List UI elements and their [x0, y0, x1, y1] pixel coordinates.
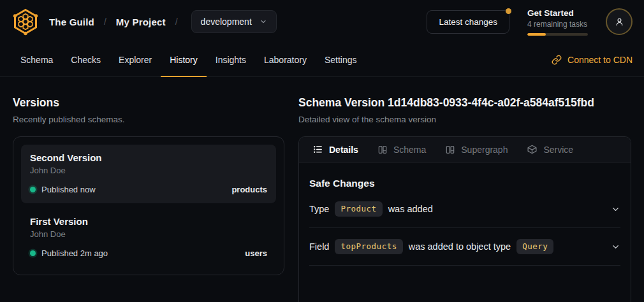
get-started-title: Get Started [527, 8, 588, 18]
versions-subtitle: Recently published schemas. [13, 115, 284, 124]
published-status-dot [30, 187, 36, 192]
breadcrumb-separator: / [174, 17, 179, 27]
link-icon [552, 55, 562, 65]
version-meta-row: Published now products [30, 185, 267, 194]
main-content: Versions Recently published schemas. Sec… [0, 77, 644, 302]
version-author: John Doe [30, 166, 267, 175]
version-title: Second Version [30, 152, 267, 163]
detail-tab-details[interactable]: Details [312, 144, 358, 155]
nav-tab-schema[interactable]: Schema [11, 43, 62, 77]
code-chip: Product [335, 201, 382, 217]
change-row-type-added[interactable]: Type Product was added [309, 191, 620, 228]
schema-version-subtitle: Detailed view of the schema version [298, 115, 631, 124]
safe-changes-heading: Safe Changes [309, 178, 620, 189]
detail-tab-list: Details Schema [299, 137, 631, 162]
columns-icon [377, 145, 388, 155]
chevron-down-icon[interactable] [611, 242, 620, 252]
primary-nav: Schema Checks Explorer History Insights … [0, 43, 644, 77]
top-header: The Guild / My Project / development Lat… [0, 0, 644, 43]
version-list-item-second[interactable]: Second Version John Doe Published now pr… [21, 145, 276, 203]
version-meta-row: Published 2m ago users [30, 248, 267, 258]
change-text: Type [309, 204, 329, 214]
change-text: was added [388, 204, 433, 214]
code-chip: topProducts [335, 239, 402, 254]
change-text: Field [309, 241, 329, 252]
breadcrumb-project[interactable]: My Project [116, 17, 166, 27]
chevron-down-icon[interactable] [611, 205, 620, 214]
schema-version-card: Details Schema [298, 136, 631, 302]
version-list-item-first[interactable]: First Version John Doe Published 2m ago … [21, 208, 276, 267]
user-avatar[interactable] [606, 8, 633, 35]
detail-tab-supergraph[interactable]: Supergraph [445, 145, 508, 155]
change-text: was added to object type [409, 241, 511, 252]
latest-changes-label: Latest changes [439, 17, 497, 27]
get-started-progress-track [527, 33, 588, 36]
schema-version-detail-panel: Schema Version 1d14db83-0933-4f4c-a02f-a… [298, 89, 631, 302]
breadcrumb-org[interactable]: The Guild [49, 17, 94, 27]
nav-tab-list: Schema Checks Explorer History Insights … [11, 43, 366, 76]
nav-tab-history[interactable]: History [161, 43, 207, 77]
environment-select-value: development [201, 17, 252, 27]
list-icon [312, 144, 323, 155]
version-title: First Version [30, 216, 267, 227]
nav-tab-laboratory[interactable]: Laboratory [255, 43, 316, 77]
columns-icon [445, 145, 455, 155]
version-author: John Doe [30, 229, 267, 239]
cube-icon [527, 144, 538, 155]
detail-body: Safe Changes Type Product was added Fiel… [299, 162, 631, 266]
nav-tab-checks[interactable]: Checks [62, 43, 110, 77]
nav-tab-settings[interactable]: Settings [316, 43, 366, 77]
latest-changes-button[interactable]: Latest changes [427, 10, 509, 34]
nav-tab-insights[interactable]: Insights [207, 43, 255, 77]
change-row-field-added[interactable]: Field topProducts was added to object ty… [309, 228, 620, 266]
app-window: The Guild / My Project / development Lat… [0, 0, 644, 302]
schema-version-title: Schema Version 1d14db83-0933-4f4c-a02f-a… [298, 96, 631, 110]
header-actions: Latest changes Get Started 4 remaining t… [427, 8, 633, 36]
environment-select[interactable]: development [191, 10, 277, 33]
nav-tab-explorer[interactable]: Explorer [110, 43, 161, 77]
service-name-badge: users [245, 248, 267, 258]
versions-panel: Versions Recently published schemas. Sec… [13, 89, 284, 302]
breadcrumb: The Guild / My Project / development [11, 6, 277, 37]
guild-hive-logo-icon[interactable] [11, 6, 41, 37]
published-status-text: Published 2m ago [41, 248, 108, 258]
detail-tab-service[interactable]: Service [527, 144, 573, 155]
published-status-dot [30, 250, 36, 256]
chevron-down-icon [260, 18, 267, 25]
get-started-remaining-tasks: 4 remaining tasks [527, 20, 588, 29]
detail-tab-label: Supergraph [461, 145, 508, 155]
breadcrumb-separator: / [103, 17, 108, 27]
detail-tab-label: Schema [393, 145, 426, 155]
detail-tab-label: Details [329, 145, 358, 155]
published-status-text: Published now [41, 185, 96, 194]
versions-list: Second Version John Doe Published now pr… [13, 136, 284, 275]
service-name-badge: products [231, 185, 267, 194]
connect-to-cdn-label: Connect to CDN [567, 55, 633, 65]
detail-tab-label: Service [543, 145, 573, 155]
notification-dot [506, 8, 511, 14]
code-chip: Query [516, 239, 553, 254]
progress-fill [527, 33, 546, 36]
connect-to-cdn-link[interactable]: Connect to CDN [552, 43, 633, 76]
versions-title: Versions [13, 96, 284, 110]
get-started-widget[interactable]: Get Started 4 remaining tasks [527, 8, 588, 36]
user-icon [614, 17, 625, 27]
detail-tab-schema[interactable]: Schema [377, 145, 426, 155]
